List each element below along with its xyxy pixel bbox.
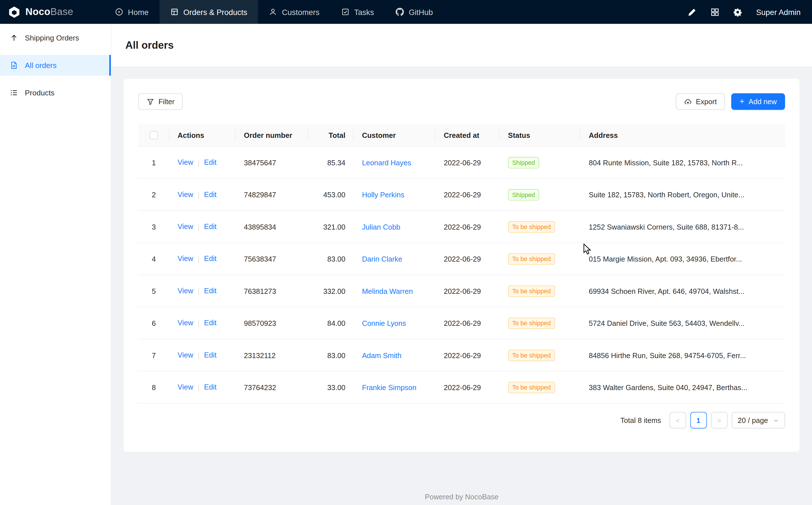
filter-button[interactable]: Filter <box>139 93 183 110</box>
user-menu[interactable]: Super Admin <box>756 8 801 16</box>
created-at-cell: 2022-06-29 <box>436 275 500 307</box>
powered-by-text: Powered by NocoBase <box>425 493 499 501</box>
edit-link[interactable]: Edit <box>204 190 217 198</box>
view-link[interactable]: View <box>178 319 193 327</box>
customer-cell: Connie Lyons <box>354 307 436 339</box>
view-link[interactable]: View <box>178 190 193 198</box>
action-divider <box>198 256 199 263</box>
view-link[interactable]: View <box>178 351 193 359</box>
file-icon <box>10 61 18 69</box>
customer-link[interactable]: Darin Clarke <box>362 255 402 263</box>
status-badge: To be shipped <box>508 221 555 232</box>
view-link[interactable]: View <box>178 255 193 263</box>
nav-item-github[interactable]: GitHub <box>385 0 444 24</box>
edit-link[interactable]: Edit <box>204 287 217 295</box>
order-number-cell: 76381273 <box>236 275 308 307</box>
settings-gear-icon[interactable] <box>733 8 742 16</box>
table-row: 3 ViewEdit 43895834 321.00 Julian Cobb 2… <box>139 211 785 242</box>
row-index: 7 <box>139 339 170 371</box>
sidebar-item-label: All orders <box>25 61 57 69</box>
edit-link[interactable]: Edit <box>204 319 217 327</box>
table-row: 5 ViewEdit 76381273 332.00 Melinda Warre… <box>139 275 785 307</box>
total-cell: 321.00 <box>308 211 354 242</box>
action-divider <box>198 288 199 295</box>
total-cell: 85.34 <box>308 146 354 178</box>
edit-link[interactable]: Edit <box>204 222 217 231</box>
plugins-grid-icon[interactable] <box>711 8 719 16</box>
customer-link[interactable]: Melinda Warren <box>362 287 413 295</box>
edit-link[interactable]: Edit <box>204 351 217 359</box>
column-header-customer: Customer <box>354 124 436 146</box>
sidebar-item-products[interactable]: Products <box>0 82 111 103</box>
actions-cell: ViewEdit <box>170 339 236 371</box>
customer-link[interactable]: Connie Lyons <box>362 319 406 327</box>
sidebar-item-all-orders[interactable]: All orders <box>0 55 111 75</box>
customer-link[interactable]: Frankie Simpson <box>362 383 416 391</box>
customer-link[interactable]: Adam Smith <box>362 351 401 359</box>
customer-link[interactable]: Julian Cobb <box>362 222 400 231</box>
customer-cell: Leonard Hayes <box>354 146 436 178</box>
nav-item-orders-products[interactable]: Orders & Products <box>160 0 258 24</box>
nav-item-label: Home <box>128 8 149 16</box>
nav-item-tasks[interactable]: Tasks <box>330 0 385 24</box>
actions-cell: ViewEdit <box>170 275 236 307</box>
order-number-cell: 98570923 <box>236 307 308 339</box>
sidebar-item-shipping-orders[interactable]: Shipping Orders <box>0 27 111 48</box>
nav-item-home[interactable]: Home <box>104 0 160 24</box>
total-cell: 453.00 <box>308 179 354 211</box>
customer-link[interactable]: Holly Perkins <box>362 190 404 199</box>
column-header-status: Status <box>500 124 581 146</box>
pagination-total: Total 8 items <box>620 416 661 424</box>
arrow-up-icon <box>10 34 18 42</box>
action-divider <box>198 352 199 359</box>
ui-editor-pen-icon[interactable] <box>688 8 697 16</box>
status-cell: To be shipped <box>500 243 581 275</box>
select-all-checkbox[interactable] <box>150 131 158 139</box>
orders-table-body: 1 ViewEdit 38475647 85.34 Leonard Hayes … <box>139 146 785 403</box>
order-number-cell: 43895834 <box>236 211 308 242</box>
action-divider <box>198 224 199 231</box>
nocobase-logo[interactable]: NocoBase <box>0 0 104 24</box>
created-at-cell: 2022-06-29 <box>436 211 500 242</box>
orders-card: Filter Export + Add new <box>123 79 800 452</box>
total-cell: 83.00 <box>308 339 354 371</box>
logo-cube-icon <box>8 5 21 18</box>
row-index: 1 <box>139 146 170 178</box>
address-cell: Suite 182, 15783, North Robert, Oregon, … <box>581 179 785 211</box>
status-cell: To be shipped <box>500 211 581 242</box>
table-icon <box>170 8 179 16</box>
view-link[interactable]: View <box>178 222 193 231</box>
page-size-select[interactable]: 20 / page <box>732 412 785 429</box>
column-header-order-number: Order number <box>236 124 308 146</box>
view-link[interactable]: View <box>178 158 193 166</box>
action-divider <box>198 320 199 328</box>
status-cell: To be shipped <box>500 307 581 339</box>
edit-link[interactable]: Edit <box>204 255 217 263</box>
created-at-cell: 2022-06-29 <box>436 243 500 275</box>
status-cell: To be shipped <box>500 339 581 371</box>
page-1-button[interactable]: 1 <box>690 412 707 429</box>
person-icon <box>269 8 277 16</box>
view-link[interactable]: View <box>178 383 193 391</box>
row-index: 3 <box>139 211 170 242</box>
main-content: Filter Export + Add new <box>111 66 812 505</box>
orders-table: Actions Order number Total Customer Crea… <box>139 124 785 404</box>
table-header-row: Actions Order number Total Customer Crea… <box>139 124 785 146</box>
prev-page-button[interactable]: < <box>669 412 686 429</box>
created-at-cell: 2022-06-29 <box>436 146 500 178</box>
nav-item-customers[interactable]: Customers <box>258 0 330 24</box>
edit-link[interactable]: Edit <box>204 158 217 166</box>
row-index: 4 <box>139 243 170 275</box>
created-at-cell: 2022-06-29 <box>436 339 500 371</box>
total-cell: 83.00 <box>308 243 354 275</box>
edit-link[interactable]: Edit <box>204 383 217 391</box>
export-button[interactable]: Export <box>675 93 725 110</box>
table-row: 1 ViewEdit 38475647 85.34 Leonard Hayes … <box>139 146 785 178</box>
row-index: 6 <box>139 307 170 339</box>
add-new-button[interactable]: + Add new <box>731 93 785 110</box>
customer-link[interactable]: Leonard Hayes <box>362 158 411 166</box>
github-icon <box>396 8 404 16</box>
next-page-button[interactable]: > <box>711 412 728 429</box>
order-number-cell: 75638347 <box>236 243 308 275</box>
view-link[interactable]: View <box>178 287 193 295</box>
